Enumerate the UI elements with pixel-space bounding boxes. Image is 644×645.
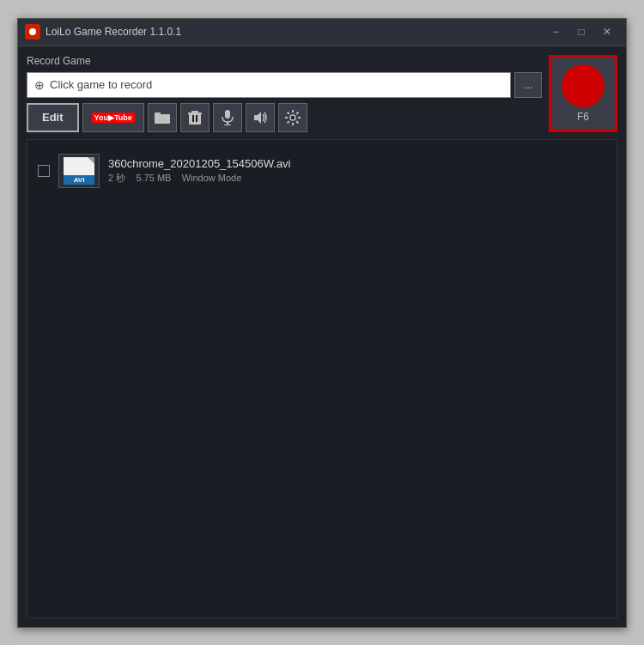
file-checkbox[interactable]	[38, 165, 50, 177]
settings-button[interactable]	[278, 103, 307, 132]
maximize-button[interactable]: □	[569, 23, 593, 40]
main-content: Record Game ⊕ Click game to record ... E…	[18, 46, 626, 627]
list-item: AVI 360chrome_20201205_154506W.avi 2 秒 5…	[34, 147, 610, 195]
microphone-button[interactable]	[213, 103, 242, 132]
title-bar: LoiLo Game Recorder 1.1.0.1 − □ ✕	[18, 19, 626, 46]
record-placeholder: Click game to record	[50, 78, 152, 91]
svg-rect-5	[189, 113, 201, 125]
file-duration: 2 秒	[108, 173, 125, 183]
file-thumbnail: AVI	[58, 154, 100, 188]
file-info: 360chrome_20201205_154506W.avi 2 秒 5.75 …	[108, 157, 606, 185]
svg-rect-9	[196, 115, 197, 122]
record-input[interactable]: ⊕ Click game to record	[27, 72, 511, 98]
svg-rect-12	[224, 125, 231, 125]
record-key-label: F6	[577, 111, 589, 123]
more-button[interactable]: ...	[514, 72, 542, 98]
edit-button[interactable]: Edit	[27, 103, 79, 132]
app-icon	[25, 24, 40, 40]
svg-point-1	[29, 28, 36, 35]
svg-rect-7	[188, 113, 202, 114]
youtube-logo: You▶Tube	[92, 113, 135, 123]
file-name: 360chrome_20201205_154506W.avi	[108, 157, 606, 170]
toolbar-row: Edit You▶Tube	[27, 103, 542, 132]
svg-rect-10	[225, 110, 230, 119]
top-section: Record Game ⊕ Click game to record ... E…	[27, 55, 617, 132]
left-controls: Record Game ⊕ Click game to record ... E…	[27, 55, 542, 132]
avi-label: AVI	[64, 175, 94, 185]
record-circle-icon	[562, 64, 605, 107]
youtube-button[interactable]: You▶Tube	[82, 103, 144, 132]
file-meta: 2 秒 5.75 MB Window Mode	[108, 172, 606, 185]
file-size: 5.75 MB	[136, 173, 171, 183]
title-bar-controls: − □ ✕	[544, 23, 619, 40]
svg-point-14	[290, 115, 295, 120]
close-button[interactable]: ✕	[595, 23, 619, 40]
folder-button[interactable]	[148, 103, 177, 132]
title-bar-left: LoiLo Game Recorder 1.1.0.1	[25, 24, 181, 40]
record-label: Record Game	[27, 55, 542, 67]
svg-rect-4	[155, 113, 161, 116]
file-mode: Window Mode	[182, 173, 242, 183]
record-button[interactable]: F6	[549, 55, 617, 132]
record-input-row: ⊕ Click game to record ...	[27, 72, 542, 98]
file-list-area: AVI 360chrome_20201205_154506W.avi 2 秒 5…	[27, 139, 617, 618]
minimize-button[interactable]: −	[544, 23, 568, 40]
speaker-button[interactable]	[246, 103, 275, 132]
svg-rect-8	[192, 115, 194, 122]
app-window: LoiLo Game Recorder 1.1.0.1 − □ ✕ Record…	[17, 18, 627, 628]
globe-icon: ⊕	[34, 78, 45, 92]
svg-marker-13	[254, 112, 261, 124]
app-title: LoiLo Game Recorder 1.1.0.1	[46, 26, 181, 38]
delete-button[interactable]	[180, 103, 210, 132]
avi-file-icon: AVI	[64, 157, 94, 185]
